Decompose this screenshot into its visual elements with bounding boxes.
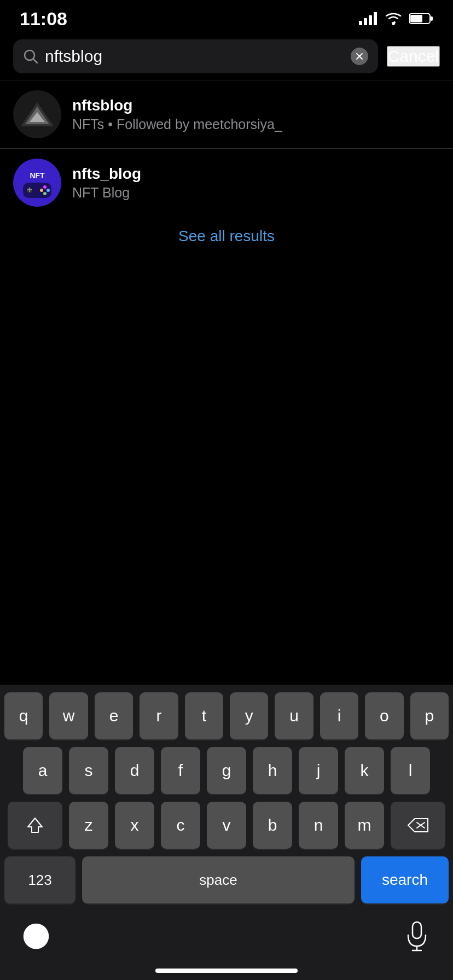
svg-rect-6 [431, 16, 433, 21]
svg-rect-1 [364, 18, 367, 25]
list-item[interactable]: NFT nfts_blog NFT Blog [0, 149, 453, 217]
svg-rect-0 [359, 21, 362, 25]
key-g[interactable]: g [207, 747, 246, 794]
home-bar [155, 969, 298, 973]
see-all-results[interactable]: See all results [0, 217, 453, 256]
status-time: 11:08 [20, 8, 67, 30]
svg-point-29 [38, 932, 42, 936]
svg-point-20 [47, 189, 50, 192]
result-meta: NFTs • Followed by meetchorsiya_ [72, 116, 440, 132]
keyboard-area: q w e r t y u i o p a s d f g h j k l [0, 685, 453, 980]
cancel-button[interactable]: Cancel [387, 46, 440, 67]
key-n[interactable]: n [299, 802, 338, 849]
svg-point-27 [24, 924, 48, 948]
search-key[interactable]: search [361, 856, 449, 903]
key-a[interactable]: a [23, 747, 62, 794]
see-all-results-label: See all results [178, 228, 275, 244]
result-meta: NFT Blog [72, 185, 440, 201]
key-m[interactable]: m [345, 802, 384, 849]
search-input-wrapper[interactable] [13, 39, 378, 73]
svg-text:NFT: NFT [30, 171, 45, 180]
list-item[interactable]: nftsblog NFTs • Followed by meetchorsiya… [0, 80, 453, 148]
svg-point-22 [40, 189, 43, 192]
mic-button[interactable] [397, 917, 437, 956]
nfts-blog-avatar-icon: NFT [13, 159, 61, 207]
keyboard-row-1: q w e r t y u i o p [4, 692, 449, 739]
signal-icon [359, 12, 378, 25]
svg-rect-2 [369, 15, 372, 25]
key-z[interactable]: z [69, 802, 108, 849]
key-v[interactable]: v [207, 802, 246, 849]
numbers-key[interactable]: 123 [4, 856, 76, 903]
shift-icon [25, 815, 45, 836]
svg-rect-24 [29, 188, 30, 192]
key-t[interactable]: t [185, 692, 223, 739]
key-h[interactable]: h [253, 747, 292, 794]
search-icon [23, 49, 38, 64]
wifi-icon [384, 11, 403, 26]
svg-point-28 [31, 932, 34, 936]
search-results: nftsblog NFTs • Followed by meetchorsiya… [0, 80, 453, 256]
key-o[interactable]: o [365, 692, 403, 739]
numbers-label: 123 [28, 872, 51, 889]
clear-button[interactable] [351, 48, 368, 65]
key-u[interactable]: u [275, 692, 313, 739]
search-label: search [382, 871, 428, 889]
svg-rect-30 [413, 922, 421, 938]
result-info: nftsblog NFTs • Followed by meetchorsiya… [72, 97, 440, 132]
svg-line-9 [33, 59, 37, 63]
key-f[interactable]: f [161, 747, 200, 794]
key-j[interactable]: j [299, 747, 338, 794]
key-b[interactable]: b [253, 802, 292, 849]
keyboard: q w e r t y u i o p a s d f g h j k l [0, 685, 453, 903]
key-x[interactable]: x [115, 802, 154, 849]
nftsblog-avatar-icon [21, 102, 54, 126]
emoji-button[interactable] [16, 917, 56, 956]
result-info: nfts_blog NFT Blog [72, 165, 440, 201]
key-d[interactable]: d [115, 747, 154, 794]
search-input[interactable] [45, 47, 344, 66]
clear-icon [355, 51, 364, 61]
svg-point-4 [392, 22, 395, 25]
key-e[interactable]: e [95, 692, 133, 739]
space-key[interactable]: space [82, 856, 355, 903]
avatar: NFT [13, 159, 61, 207]
key-q[interactable]: q [4, 692, 43, 739]
key-y[interactable]: y [230, 692, 268, 739]
key-w[interactable]: w [49, 692, 88, 739]
svg-rect-7 [410, 15, 422, 22]
home-indicator [0, 961, 453, 980]
key-s[interactable]: s [69, 747, 108, 794]
backspace-icon [406, 816, 430, 834]
key-c[interactable]: c [161, 802, 200, 849]
key-r[interactable]: r [140, 692, 178, 739]
status-bar: 11:08 [0, 0, 453, 33]
avatar [13, 90, 61, 138]
result-username: nfts_blog [72, 165, 440, 183]
keyboard-row-2: a s d f g h j k l [4, 747, 449, 794]
status-icons [359, 11, 433, 26]
emoji-icon [22, 922, 50, 950]
svg-point-21 [43, 192, 47, 195]
backspace-key[interactable] [391, 802, 445, 849]
key-i[interactable]: i [320, 692, 358, 739]
key-k[interactable]: k [345, 747, 384, 794]
search-bar-container: Cancel [0, 33, 453, 80]
svg-point-19 [43, 185, 47, 189]
mic-icon [405, 921, 429, 952]
result-username: nftsblog [72, 97, 440, 114]
key-p[interactable]: p [410, 692, 449, 739]
shift-key[interactable] [8, 802, 62, 849]
svg-rect-3 [374, 12, 377, 25]
keyboard-row-3: z x c v b n m [4, 802, 449, 849]
key-l[interactable]: l [391, 747, 430, 794]
space-label: space [199, 872, 237, 889]
battery-icon [409, 13, 433, 25]
keyboard-row-4: 123 space search [4, 856, 449, 903]
keyboard-bottom-bar [0, 911, 453, 961]
